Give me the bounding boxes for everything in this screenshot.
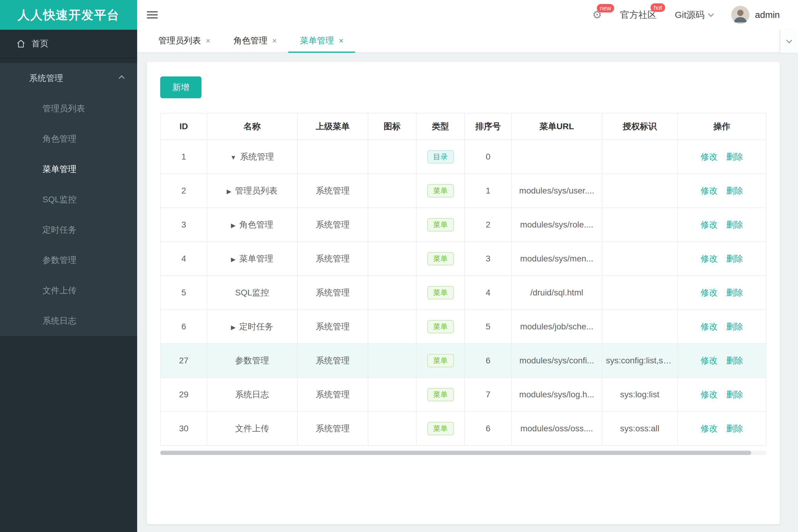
cell-icon [368,140,416,174]
cell-id: 4 [161,242,207,276]
type-badge: 菜单 [427,388,454,401]
delete-link[interactable]: 删除 [726,356,743,365]
tab-close-icon[interactable]: × [206,37,210,44]
sidebar-group-label: 系统管理 [29,73,63,84]
cell-auth: sys:config:list,sys:.. [602,344,678,378]
sidebar-home-label: 首页 [32,38,49,50]
cell-parent: 系统管理 [297,344,368,378]
cell-auth: sys:oss:all [602,412,678,445]
home-icon [16,39,25,48]
type-badge: 菜单 [427,422,454,435]
sidebar-group-header[interactable]: 系统管理 [0,63,137,93]
delete-link[interactable]: 删除 [726,424,743,433]
community-label: 官方社区 [620,10,656,20]
cell-icon [368,378,416,412]
collapse-arrow-icon[interactable]: ▼ [230,154,236,161]
sidebar-item-scheduled-jobs[interactable]: 定时任务 [0,215,137,245]
tab-label: 菜单管理 [300,35,334,46]
sidebar-item-admin-list[interactable]: 管理员列表 [0,93,137,124]
cell-name: SQL监控 [207,276,297,310]
sidebar-item-file-upload[interactable]: 文件上传 [0,276,137,306]
delete-link[interactable]: 删除 [726,152,743,162]
delete-link[interactable]: 删除 [726,220,743,229]
cell-id: 27 [161,344,207,378]
cell-id: 3 [161,208,207,242]
tabs-dropdown-button[interactable] [780,30,798,53]
delete-link[interactable]: 删除 [726,322,743,331]
cell-ops: 修改删除 [678,378,766,412]
cell-ops: 修改删除 [678,174,766,208]
horizontal-scrollbar-thumb[interactable] [160,451,751,455]
settings-gear-icon[interactable]: ⚙new [592,10,602,20]
expand-arrow-icon[interactable]: ▶ [227,188,231,195]
edit-link[interactable]: 修改 [701,220,718,229]
edit-link[interactable]: 修改 [701,186,718,195]
cell-icon [368,412,416,445]
cell-name: 参数管理 [207,344,297,378]
sidebar-toggle-button[interactable] [147,11,159,19]
chevron-down-icon [786,37,792,43]
git-source-menu[interactable]: Git源码 [675,9,713,21]
edit-link[interactable]: 修改 [701,356,718,365]
delete-link[interactable]: 删除 [726,288,743,297]
table-row: 2▶管理员列表系统管理菜单1modules/sys/user....修改删除 [161,174,766,208]
add-button[interactable]: 新增 [160,76,202,98]
new-badge: new [597,4,614,13]
table-row: 29系统日志系统管理菜单7modules/sys/log.h...sys:log… [161,378,766,412]
column-header-icon: 图标 [368,113,416,140]
cell-auth [602,140,678,174]
expand-arrow-icon[interactable]: ▶ [231,222,236,229]
cell-sort: 3 [465,242,512,276]
table-body: 1▼系统管理目录0修改删除2▶管理员列表系统管理菜单1modules/sys/u… [161,140,766,445]
tab-admin-list[interactable]: 管理员列表× [147,30,222,53]
tab-close-icon[interactable]: × [339,37,343,44]
cell-sort: 2 [465,208,512,242]
sidebar-submenu: 管理员列表角色管理菜单管理SQL监控定时任务参数管理文件上传系统日志 [0,93,137,336]
edit-link[interactable]: 修改 [701,288,718,297]
cell-url: modules/sys/user.... [512,174,602,208]
cell-url: modules/sys/log.h... [512,378,602,412]
sidebar-item-menu-mgmt[interactable]: 菜单管理 [0,154,137,185]
delete-link[interactable]: 删除 [726,186,743,195]
community-link[interactable]: 官方社区 hot [620,9,656,21]
hot-badge: hot [651,3,665,12]
delete-link[interactable]: 删除 [726,390,743,399]
sidebar-divider [0,58,137,58]
cell-type: 菜单 [416,242,465,276]
table-row: 30文件上传系统管理菜单6modules/oss/oss....sys:oss:… [161,412,766,445]
user-menu[interactable]: admin [731,6,780,24]
content-area: 新增 ID名称上级菜单图标类型排序号菜单URL授权标识操作 1▼系统管理目录0修… [137,53,798,532]
edit-link[interactable]: 修改 [701,152,718,162]
cell-type: 菜单 [416,412,465,445]
column-header-ops: 操作 [678,113,766,140]
column-header-id: ID [161,113,207,140]
cell-auth [602,208,678,242]
cell-name: 系统日志 [207,378,297,412]
horizontal-scrollbar-track [160,451,766,455]
column-header-type: 类型 [416,113,465,140]
cell-name: ▶管理员列表 [207,174,297,208]
cell-parent: 系统管理 [297,412,368,445]
edit-link[interactable]: 修改 [701,424,718,433]
expand-arrow-icon[interactable]: ▶ [231,324,236,330]
edit-link[interactable]: 修改 [701,322,718,331]
tabbar: 管理员列表×角色管理×菜单管理× [137,30,798,53]
cell-sort: 4 [465,276,512,310]
delete-link[interactable]: 删除 [726,254,743,263]
sidebar-item-param-config[interactable]: 参数管理 [0,245,137,276]
sidebar-item-system-log[interactable]: 系统日志 [0,306,137,336]
chevron-up-icon [119,75,125,81]
menu-name-label: 系统管理 [240,152,274,162]
sidebar-item-sql-monitor[interactable]: SQL监控 [0,185,137,215]
sidebar-item-home[interactable]: 首页 [0,30,137,58]
tab-close-icon[interactable]: × [272,37,277,44]
table-header-row: ID名称上级菜单图标类型排序号菜单URL授权标识操作 [161,113,766,140]
cell-type: 菜单 [416,310,465,344]
cell-type: 菜单 [416,378,465,412]
tab-menu-mgmt[interactable]: 菜单管理× [288,30,355,53]
edit-link[interactable]: 修改 [701,254,718,263]
expand-arrow-icon[interactable]: ▶ [231,256,236,263]
tab-role-mgmt[interactable]: 角色管理× [222,30,288,53]
sidebar-item-role-mgmt[interactable]: 角色管理 [0,124,137,154]
edit-link[interactable]: 修改 [701,390,718,399]
